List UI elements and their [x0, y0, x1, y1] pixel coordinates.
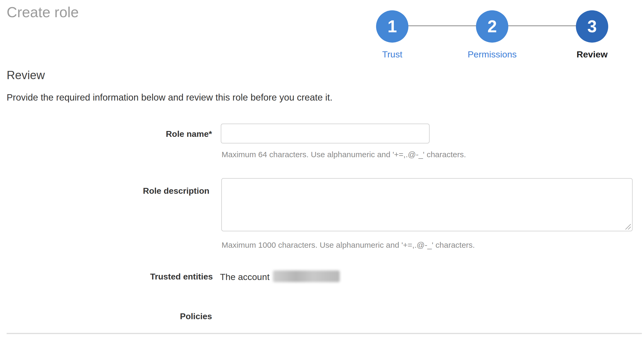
- policies-label: Policies: [106, 311, 212, 321]
- redacted-account-number: [273, 270, 340, 282]
- step-3-circle[interactable]: 3: [576, 10, 608, 43]
- review-section-description: Provide the required information below a…: [7, 92, 333, 103]
- step-1-circle[interactable]: 1: [376, 10, 408, 43]
- footer-divider: [7, 333, 642, 334]
- role-description-label: Role description: [106, 186, 209, 196]
- step-1-label[interactable]: Trust: [382, 49, 402, 60]
- role-description-field-wrap: [221, 178, 633, 231]
- wizard-step-permissions[interactable]: 2 Permissions: [452, 10, 532, 60]
- trusted-entities-value: The account: [220, 272, 270, 282]
- step-2-label[interactable]: Permissions: [467, 49, 517, 60]
- step-3-label[interactable]: Review: [576, 49, 607, 60]
- step-2-circle[interactable]: 2: [476, 10, 508, 43]
- role-name-helper-text: Maximum 64 characters. Use alphanumeric …: [222, 150, 466, 159]
- role-name-label: Role name*: [106, 129, 212, 139]
- wizard-step-trust[interactable]: 1 Trust: [352, 10, 432, 60]
- step-3-number: 3: [587, 17, 597, 36]
- trusted-entities-label: Trusted entities: [106, 272, 213, 282]
- review-section-heading: Review: [7, 68, 45, 82]
- wizard-step-review[interactable]: 3 Review: [552, 10, 632, 60]
- step-1-number: 1: [387, 17, 397, 36]
- wizard-step-indicator: 1 Trust 2 Permissions 3 Review: [0, 0, 644, 64]
- role-description-helper-text: Maximum 1000 characters. Use alphanumeri…: [222, 240, 475, 250]
- create-role-page: Create role 1 Trust 2 Permissions 3 Revi…: [0, 0, 644, 343]
- step-2-number: 2: [487, 17, 497, 36]
- textarea-resize-handle-icon[interactable]: [624, 223, 631, 230]
- role-name-input[interactable]: [221, 124, 430, 143]
- role-description-textarea[interactable]: [221, 178, 633, 231]
